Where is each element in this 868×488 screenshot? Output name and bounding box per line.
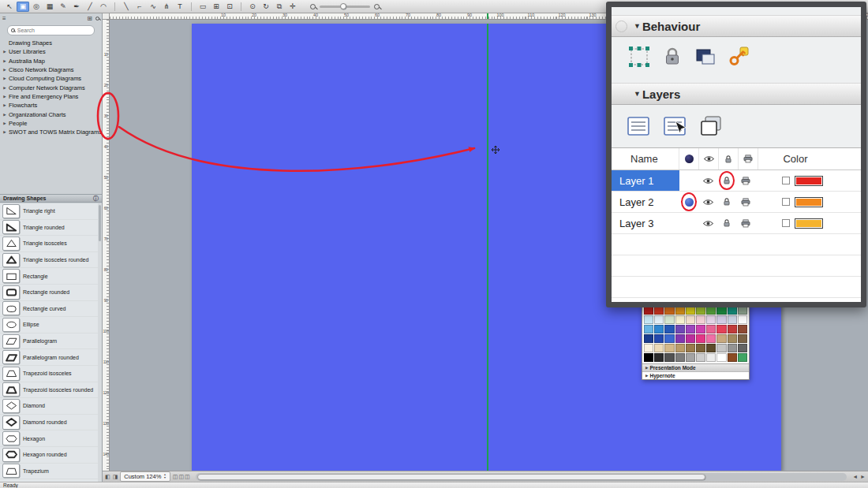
layers-section-header[interactable]: ▼ Layers bbox=[612, 83, 861, 105]
layer-row[interactable]: Layer 1 bbox=[612, 170, 861, 192]
disclosure-triangle-icon[interactable]: ▼ bbox=[634, 22, 641, 30]
disclosure-triangle-icon[interactable]: ▶ bbox=[2, 59, 7, 63]
shape-item-trapezium[interactable]: Trapezium bbox=[0, 464, 98, 480]
palette-swatch[interactable] bbox=[696, 353, 705, 362]
active-layer-cell[interactable] bbox=[679, 192, 698, 212]
selection-handles-icon[interactable] bbox=[627, 45, 651, 69]
layer-color-cell[interactable] bbox=[795, 218, 829, 229]
palette-swatch[interactable] bbox=[738, 334, 747, 343]
shape-item-diamond-rounded[interactable]: Diamond rounded bbox=[0, 415, 98, 431]
visibility-cell[interactable] bbox=[698, 213, 717, 233]
layer-stack-icon[interactable] bbox=[698, 114, 724, 139]
disclosure-triangle-icon[interactable]: ▶ bbox=[2, 113, 7, 117]
palette-swatch[interactable] bbox=[675, 325, 685, 333]
elbow-connector-tool[interactable]: ⌐ bbox=[133, 2, 146, 12]
pencil-tool[interactable]: ✎ bbox=[57, 2, 69, 12]
palette-swatch[interactable] bbox=[706, 325, 716, 333]
disclosure-triangle-icon[interactable]: ▶ bbox=[2, 121, 7, 125]
library-list-icon[interactable]: ≡ bbox=[2, 16, 6, 22]
layer-name[interactable]: Layer 3 bbox=[612, 213, 679, 233]
arrange-icon[interactable] bbox=[694, 45, 717, 69]
info-icon[interactable]: ⓘ bbox=[93, 195, 99, 203]
shape-tool[interactable]: ▣ bbox=[17, 2, 29, 12]
sidebar-item-cisco-network-diagrams[interactable]: ▶Cisco Network Diagrams bbox=[0, 65, 102, 74]
palette-swatch[interactable] bbox=[738, 315, 747, 324]
sidebar-item-people[interactable]: ▶People bbox=[0, 119, 102, 128]
palette-swatch[interactable] bbox=[644, 334, 653, 343]
action-key-icon[interactable] bbox=[727, 45, 750, 69]
layer-color-cell[interactable] bbox=[795, 197, 829, 207]
shape-item-triangle-isosceles-rounded[interactable]: Triangle isosceles rounded bbox=[0, 252, 98, 269]
layer-color-swatch[interactable] bbox=[795, 176, 823, 186]
behaviour-section-header[interactable]: ▼ Behaviour bbox=[612, 15, 861, 37]
disclosure-triangle-icon[interactable]: ▶ bbox=[2, 103, 7, 107]
palette-swatch[interactable] bbox=[664, 334, 674, 343]
palette-swatch[interactable] bbox=[675, 344, 685, 352]
palette-swatch[interactable] bbox=[696, 325, 705, 333]
zoom-in-icon[interactable] bbox=[374, 4, 380, 9]
palette-swatch[interactable] bbox=[664, 353, 674, 362]
palette-swatch[interactable] bbox=[716, 334, 726, 343]
palette-swatch[interactable] bbox=[728, 334, 737, 343]
palette-swatch[interactable] bbox=[644, 353, 653, 362]
layer-color-swatch[interactable] bbox=[795, 218, 823, 229]
palette-swatch[interactable] bbox=[686, 353, 695, 362]
zoom-slider-thumb[interactable] bbox=[340, 3, 346, 9]
sidebar-item-flowcharts[interactable]: ▶Flowcharts bbox=[0, 101, 102, 110]
scroll-left-icon[interactable]: ◄ bbox=[852, 474, 858, 479]
disclosure-triangle-icon[interactable]: ▶ bbox=[2, 68, 7, 72]
palette-swatch[interactable] bbox=[696, 315, 705, 324]
palette-swatch[interactable] bbox=[706, 353, 716, 362]
stamp-tool[interactable]: ⧉ bbox=[273, 2, 286, 12]
grid-view-icon[interactable]: ⊞ bbox=[87, 16, 92, 22]
zoom-level-control[interactable]: Custom 124% ▲▼ bbox=[120, 471, 170, 482]
arc-tool[interactable]: ◠ bbox=[97, 2, 110, 12]
color-check-cell[interactable] bbox=[777, 219, 795, 227]
search-box[interactable] bbox=[7, 25, 95, 35]
visibility-cell[interactable] bbox=[698, 192, 717, 212]
search-icon[interactable] bbox=[95, 16, 99, 22]
palette-swatch[interactable] bbox=[654, 353, 664, 362]
layer-color-cell[interactable] bbox=[795, 176, 829, 186]
shape-item-trapezoid-isosceles[interactable]: Trapezoid isosceles bbox=[0, 366, 98, 382]
palette-swatch[interactable] bbox=[716, 344, 726, 352]
palette-swatch[interactable] bbox=[675, 315, 685, 324]
connector-tool[interactable]: ╲ bbox=[120, 2, 133, 12]
presentation-mode-row[interactable]: ▶ Presentation Mode bbox=[642, 363, 749, 372]
palette-swatch[interactable] bbox=[706, 334, 716, 343]
search-input[interactable] bbox=[17, 28, 91, 33]
snap-grid-tool[interactable]: ⊞ bbox=[210, 2, 223, 12]
layer-row[interactable]: Layer 2 bbox=[612, 192, 861, 213]
shape-item-hexagon[interactable]: Hexagon bbox=[0, 430, 98, 447]
sidebar-item-drawing-shapes[interactable]: Drawing Shapes bbox=[0, 39, 102, 47]
shape-item-triangle-right[interactable]: Triangle right bbox=[0, 203, 98, 220]
sidebar-item-australia-map[interactable]: ▶Australia Map bbox=[0, 57, 102, 65]
scrollbar-thumb[interactable] bbox=[197, 474, 705, 480]
scroll-right-icon[interactable]: ► bbox=[860, 474, 866, 479]
palette-swatch[interactable] bbox=[654, 334, 664, 343]
color-check-cell[interactable] bbox=[777, 198, 795, 206]
print-cell[interactable] bbox=[736, 170, 755, 191]
lock-cell[interactable] bbox=[717, 170, 736, 191]
palette-swatch[interactable] bbox=[644, 315, 653, 324]
palette-swatch[interactable] bbox=[664, 325, 674, 333]
palette-swatch[interactable] bbox=[654, 315, 664, 324]
shape-item-trapezoid-isosceles-rounded[interactable]: Trapezoid isosceles rounded bbox=[0, 382, 98, 399]
guide-line[interactable] bbox=[487, 24, 488, 471]
color-checkbox[interactable] bbox=[782, 177, 790, 184]
layer-name[interactable]: Layer 1 bbox=[612, 170, 679, 191]
color-checkbox[interactable] bbox=[782, 219, 790, 227]
palette-swatch[interactable] bbox=[728, 315, 737, 324]
palette-swatch[interactable] bbox=[716, 325, 726, 333]
layer-color-swatch[interactable] bbox=[795, 197, 823, 207]
sidebar-item-user-libraries[interactable]: ▶User Libraries bbox=[0, 47, 102, 56]
palette-swatch[interactable] bbox=[728, 325, 737, 333]
disclosure-triangle-icon[interactable]: ▶ bbox=[2, 86, 7, 90]
palette-swatch[interactable] bbox=[716, 353, 726, 362]
visibility-cell[interactable] bbox=[698, 170, 717, 191]
page-layout-icon[interactable]: ◫ bbox=[173, 474, 178, 480]
palette-swatch[interactable] bbox=[738, 353, 747, 362]
color-checkbox[interactable] bbox=[782, 198, 790, 206]
palette-swatch[interactable] bbox=[654, 344, 664, 352]
shape-item-rectangle-curved[interactable]: Rectangle curved bbox=[0, 301, 98, 318]
